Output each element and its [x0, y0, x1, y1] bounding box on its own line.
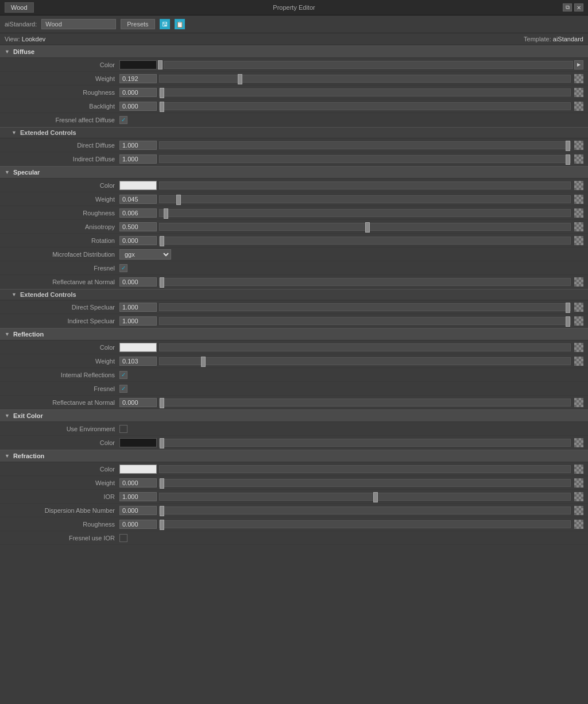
indirect-specular-checker[interactable]: [574, 316, 583, 326]
dispersion-checker[interactable]: [574, 506, 583, 515]
direct-diffuse-input[interactable]: [119, 141, 157, 150]
refraction-ior-checker[interactable]: [574, 492, 583, 501]
specular-reflectance-input[interactable]: [119, 277, 157, 287]
diffuse-weight-thumb[interactable]: [238, 74, 242, 84]
specular-anisotropy-slider[interactable]: [159, 223, 571, 231]
specular-weight-slider[interactable]: [159, 195, 571, 203]
reflection-weight-slider[interactable]: [159, 357, 571, 365]
diffuse-color-go[interactable]: ▶: [574, 60, 583, 69]
specular-roughness-thumb[interactable]: [164, 208, 168, 219]
specular-section-header[interactable]: ▼ Specular: [0, 166, 588, 179]
reflection-weight-checker[interactable]: [574, 357, 583, 366]
specular-rotation-thumb[interactable]: [160, 236, 164, 246]
diffuse-fresnel-checkbox[interactable]: [119, 116, 127, 124]
specular-roughness-slider[interactable]: [159, 209, 571, 217]
reflection-color-checker[interactable]: [574, 343, 583, 352]
load-icon[interactable]: 📋: [175, 19, 185, 29]
refraction-roughness-slider[interactable]: [159, 520, 571, 528]
indirect-diffuse-slider[interactable]: [159, 155, 571, 163]
reflection-reflectance-slider[interactable]: [159, 399, 571, 407]
refraction-color-checker[interactable]: [574, 465, 583, 474]
material-name-input[interactable]: [41, 19, 116, 29]
refraction-color-slider[interactable]: [159, 465, 571, 473]
diffuse-color-swatch[interactable]: [119, 60, 157, 69]
refraction-color-swatch[interactable]: [119, 465, 157, 474]
indirect-specular-slider[interactable]: [159, 317, 571, 325]
specular-roughness-input[interactable]: [119, 208, 157, 218]
specular-color-checker[interactable]: [574, 181, 583, 190]
refraction-roughness-input[interactable]: [119, 520, 157, 529]
refraction-ior-thumb[interactable]: [373, 492, 378, 502]
microfacet-select[interactable]: ggx beckmann: [119, 249, 171, 260]
exit-color-thumb[interactable]: [160, 438, 164, 448]
specular-weight-thumb[interactable]: [176, 195, 181, 205]
specular-rotation-input[interactable]: [119, 236, 157, 245]
indirect-diffuse-input[interactable]: [119, 154, 157, 164]
specular-extended-header[interactable]: ▼ Extended Controls: [0, 289, 588, 300]
refraction-section-header[interactable]: ▼ Refraction: [0, 450, 588, 462]
diffuse-roughness-checker[interactable]: [574, 88, 583, 97]
diffuse-weight-input[interactable]: [119, 74, 157, 83]
fresnel-ior-checkbox[interactable]: [119, 534, 127, 542]
direct-specular-thumb[interactable]: [566, 303, 570, 313]
reflection-reflectance-checker[interactable]: [574, 398, 583, 407]
diffuse-roughness-slider[interactable]: [159, 88, 571, 96]
specular-anisotropy-checker[interactable]: [574, 222, 583, 231]
specular-anisotropy-thumb[interactable]: [365, 222, 370, 233]
diffuse-section-header[interactable]: ▼ Diffuse: [0, 45, 588, 58]
diffuse-backlight-checker[interactable]: [574, 102, 583, 111]
refraction-weight-input[interactable]: [119, 478, 157, 488]
refraction-roughness-thumb[interactable]: [160, 520, 164, 530]
diffuse-color-slider-thumb[interactable]: [158, 60, 163, 69]
reflection-weight-thumb[interactable]: [201, 357, 206, 367]
direct-specular-input[interactable]: [119, 303, 157, 312]
indirect-specular-input[interactable]: [119, 316, 157, 326]
diffuse-backlight-thumb[interactable]: [160, 102, 164, 112]
use-environment-checkbox[interactable]: [119, 425, 127, 433]
reflection-fresnel-checkbox[interactable]: [119, 385, 127, 393]
diffuse-extended-header[interactable]: ▼ Extended Controls: [0, 127, 588, 138]
reflection-section-header[interactable]: ▼ Reflection: [0, 328, 588, 341]
exit-color-slider[interactable]: [159, 439, 571, 447]
dispersion-thumb[interactable]: [160, 506, 164, 516]
direct-diffuse-checker[interactable]: [574, 141, 583, 150]
refraction-weight-checker[interactable]: [574, 478, 583, 488]
save-icon[interactable]: 🖫: [160, 19, 170, 29]
indirect-specular-thumb[interactable]: [566, 316, 570, 327]
reflection-weight-input[interactable]: [119, 357, 157, 366]
presets-button[interactable]: Presets: [121, 19, 154, 29]
diffuse-roughness-thumb[interactable]: [160, 88, 164, 98]
direct-diffuse-slider[interactable]: [159, 141, 571, 149]
specular-fresnel-checkbox[interactable]: [119, 264, 127, 272]
diffuse-weight-slider[interactable]: [159, 75, 571, 83]
refraction-weight-slider[interactable]: [159, 479, 571, 487]
reflection-reflectance-input[interactable]: [119, 398, 157, 407]
dispersion-input[interactable]: [119, 506, 157, 515]
specular-rotation-checker[interactable]: [574, 236, 583, 245]
specular-reflectance-checker[interactable]: [574, 277, 583, 287]
specular-color-slider[interactable]: [159, 181, 571, 189]
specular-roughness-checker[interactable]: [574, 208, 583, 218]
diffuse-color-slider[interactable]: [164, 61, 573, 69]
reflection-reflectance-thumb[interactable]: [160, 398, 164, 408]
exit-color-checker[interactable]: [574, 438, 583, 447]
specular-reflectance-thumb[interactable]: [160, 277, 164, 288]
dispersion-slider[interactable]: [159, 506, 571, 515]
diffuse-backlight-input[interactable]: [119, 102, 157, 111]
specular-weight-input[interactable]: [119, 195, 157, 204]
restore-btn[interactable]: ⧉: [563, 3, 572, 11]
diffuse-weight-checker[interactable]: [574, 74, 583, 83]
refraction-ior-slider[interactable]: [159, 493, 571, 501]
direct-diffuse-thumb[interactable]: [566, 141, 570, 151]
refraction-ior-input[interactable]: [119, 492, 157, 501]
exit-color-section-header[interactable]: ▼ Exit Color: [0, 409, 588, 422]
specular-color-swatch[interactable]: [119, 181, 157, 190]
indirect-diffuse-checker[interactable]: [574, 154, 583, 164]
internal-reflections-checkbox[interactable]: [119, 371, 127, 379]
indirect-diffuse-thumb[interactable]: [566, 154, 570, 165]
diffuse-roughness-input[interactable]: [119, 88, 157, 97]
reflection-color-swatch[interactable]: [119, 343, 157, 352]
refraction-weight-thumb[interactable]: [160, 478, 164, 489]
specular-reflectance-slider[interactable]: [159, 278, 571, 286]
diffuse-backlight-slider[interactable]: [159, 102, 571, 110]
